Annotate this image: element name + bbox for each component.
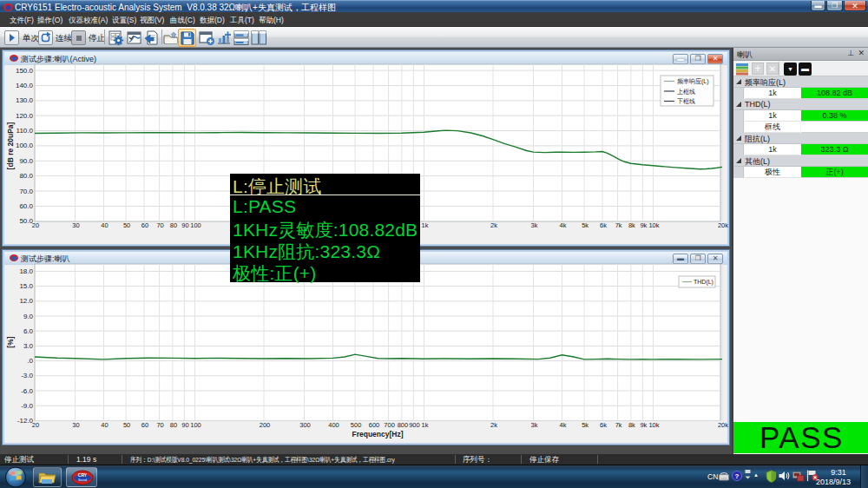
svg-text:Sound: Sound (78, 478, 87, 482)
svg-text:CRY: CRY (78, 472, 88, 478)
svg-text:?: ? (735, 472, 740, 480)
